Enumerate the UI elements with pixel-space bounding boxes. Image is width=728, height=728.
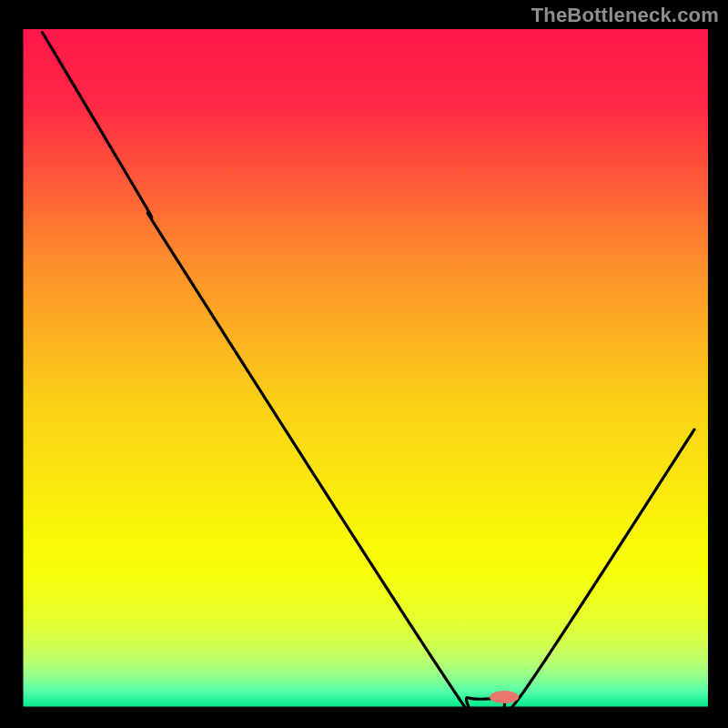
plot-area: [22, 29, 708, 708]
optimal-marker: [490, 691, 519, 703]
chart-svg: [0, 0, 728, 728]
svg-rect-0: [22, 29, 708, 708]
chart-container: { "attribution": "TheBottleneck.com", "c…: [0, 0, 728, 728]
attribution-text: TheBottleneck.com: [531, 4, 719, 27]
